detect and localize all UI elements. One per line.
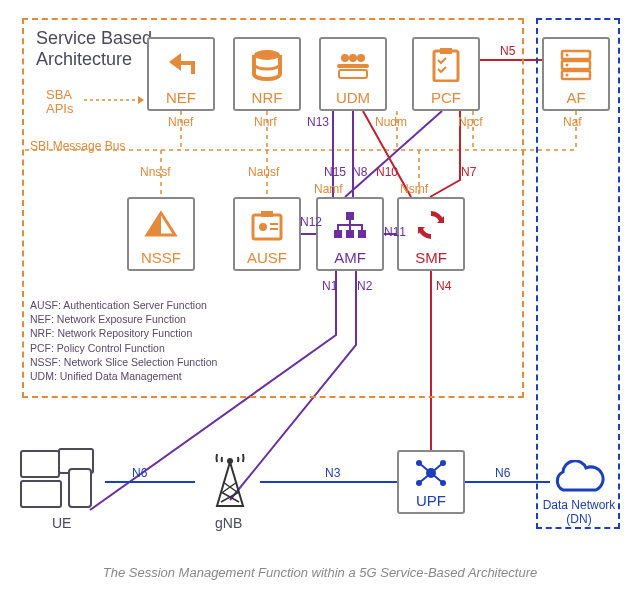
svg-rect-34 xyxy=(270,228,278,230)
nnssf: Nnssf xyxy=(140,165,171,179)
upf-label: UPF xyxy=(416,493,446,508)
dn-label: Data Network (DN) xyxy=(540,498,618,526)
svg-point-17 xyxy=(341,54,349,62)
glossary: AUSF: Authentication Server Function NEF… xyxy=(30,298,217,383)
n5: N5 xyxy=(500,44,515,58)
n8: N8 xyxy=(352,165,367,179)
n10: N10 xyxy=(376,165,398,179)
smf-box: SMF xyxy=(397,197,465,271)
svg-point-28 xyxy=(566,63,569,66)
svg-point-29 xyxy=(566,73,569,76)
n11: N11 xyxy=(384,225,406,239)
n7: N7 xyxy=(461,165,476,179)
phone-icon xyxy=(68,468,92,508)
gloss-0: AUSF: Authentication Server Function xyxy=(30,298,217,312)
svg-rect-36 xyxy=(334,230,342,238)
id-badge-icon xyxy=(250,199,284,250)
udm-label: UDM xyxy=(336,90,370,105)
n13: N13 xyxy=(307,115,329,129)
n3: N3 xyxy=(325,466,340,480)
n6l: N6 xyxy=(132,466,147,480)
svg-rect-23 xyxy=(440,48,452,54)
af-box: AF xyxy=(542,37,610,111)
slice-icon xyxy=(143,199,179,250)
naf: Naf xyxy=(563,115,582,129)
tablet-icon xyxy=(20,480,62,508)
nssf-box: NSSF xyxy=(127,197,195,271)
gloss-1: NEF: Network Exposure Function xyxy=(30,312,217,326)
nef-box: NEF xyxy=(147,37,215,111)
server-icon xyxy=(559,39,593,90)
gnb-label: gNB xyxy=(215,515,242,531)
ue-devices xyxy=(20,450,105,510)
n4: N4 xyxy=(436,279,451,293)
svg-rect-21 xyxy=(339,70,367,78)
nef-label: NEF xyxy=(166,90,196,105)
sbi-bus-label: SBI Message Bus xyxy=(30,139,125,153)
npcf: Npcf xyxy=(458,115,483,129)
gloss-4: NSSF: Network Slice Selection Function xyxy=(30,355,217,369)
gnb-icon xyxy=(205,452,255,514)
gloss-3: PCF: Policy Control Function xyxy=(30,341,217,355)
pcf-label: PCF xyxy=(431,90,461,105)
nrf-label: NRF xyxy=(252,90,283,105)
namf: Namf xyxy=(314,182,343,196)
database-icon xyxy=(250,39,284,90)
gloss-2: NRF: Network Repository Function xyxy=(30,326,217,340)
nnef: Nnef xyxy=(168,115,193,129)
svg-rect-38 xyxy=(358,230,366,238)
checklist-icon xyxy=(431,39,461,90)
sba-api-arrow xyxy=(84,92,144,110)
nrf-box: NRF xyxy=(233,37,301,111)
svg-point-18 xyxy=(349,54,357,62)
svg-rect-22 xyxy=(434,51,458,81)
svg-point-44 xyxy=(227,458,233,464)
users-icon xyxy=(333,39,373,90)
svg-point-27 xyxy=(566,53,569,56)
ausf-label: AUSF xyxy=(247,250,287,265)
svg-rect-37 xyxy=(346,230,354,238)
pcf-box: PCF xyxy=(412,37,480,111)
hub-icon xyxy=(414,452,448,493)
udm-box: UDM xyxy=(319,37,387,111)
svg-rect-20 xyxy=(337,64,369,68)
svg-point-19 xyxy=(357,54,365,62)
n15: N15 xyxy=(324,165,346,179)
sync-icon xyxy=(414,199,448,250)
svg-point-16 xyxy=(254,50,280,60)
upf-box: UPF xyxy=(397,450,465,514)
ausf-box: AUSF xyxy=(233,197,301,271)
n2: N2 xyxy=(357,279,372,293)
smf-label: SMF xyxy=(415,250,447,265)
svg-rect-35 xyxy=(346,212,354,220)
ue-label: UE xyxy=(52,515,71,531)
amf-box: AMF xyxy=(316,197,384,271)
n6r: N6 xyxy=(495,466,510,480)
amf-label: AMF xyxy=(334,250,366,265)
sba-apis-label: SBA APIs xyxy=(46,88,86,117)
hierarchy-icon xyxy=(332,199,368,250)
svg-rect-33 xyxy=(270,223,278,225)
nnrf: Nnrf xyxy=(254,115,277,129)
nsmf: Nsmf xyxy=(400,182,428,196)
svg-rect-31 xyxy=(261,211,273,217)
n1: N1 xyxy=(322,279,337,293)
caption: The Session Management Function within a… xyxy=(0,565,640,580)
reply-icon xyxy=(163,39,199,90)
gloss-5: UDM: Unified Data Management xyxy=(30,369,217,383)
diagram-canvas: Service Based Architecture SBA APIs SBI … xyxy=(0,0,640,592)
af-label: AF xyxy=(566,90,585,105)
svg-point-32 xyxy=(259,223,267,231)
n12: N12 xyxy=(300,215,322,229)
laptop-icon xyxy=(20,450,60,478)
nudm: Nudm xyxy=(375,115,407,129)
nausf: Nausf xyxy=(248,165,279,179)
nssf-label: NSSF xyxy=(141,250,181,265)
